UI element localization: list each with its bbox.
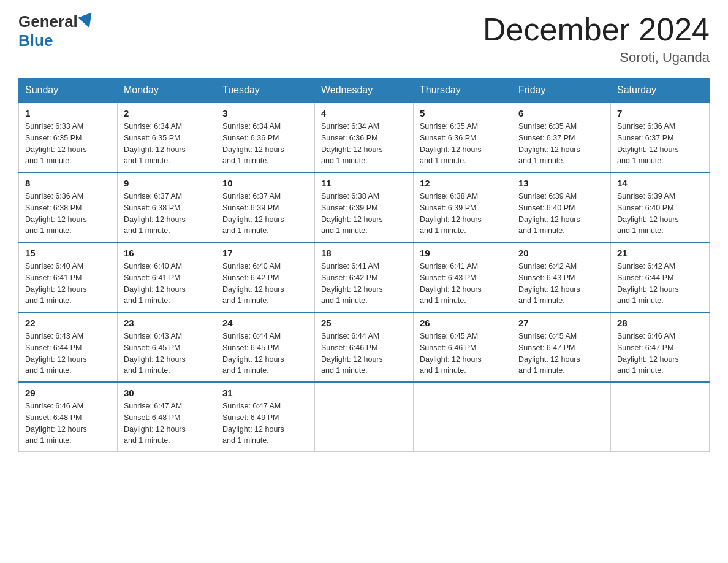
calendar-cell: 15Sunrise: 6:40 AMSunset: 6:41 PMDayligh… <box>19 242 118 312</box>
day-info: Sunrise: 6:33 AMSunset: 6:35 PMDaylight:… <box>25 121 111 167</box>
logo-triangle-icon <box>78 12 96 30</box>
calendar-cell: 13Sunrise: 6:39 AMSunset: 6:40 PMDayligh… <box>512 172 611 242</box>
day-info: Sunrise: 6:34 AMSunset: 6:35 PMDaylight:… <box>124 121 210 167</box>
day-info: Sunrise: 6:42 AMSunset: 6:44 PMDaylight:… <box>617 261 703 307</box>
day-number: 27 <box>518 318 604 328</box>
calendar-table: SundayMondayTuesdayWednesdayThursdayFrid… <box>18 78 710 452</box>
calendar-cell: 28Sunrise: 6:46 AMSunset: 6:47 PMDayligh… <box>611 312 710 382</box>
day-number: 24 <box>222 318 308 328</box>
day-number: 16 <box>124 248 210 258</box>
day-number: 1 <box>25 108 111 118</box>
calendar-cell: 31Sunrise: 6:47 AMSunset: 6:49 PMDayligh… <box>216 382 315 452</box>
day-info: Sunrise: 6:41 AMSunset: 6:42 PMDaylight:… <box>321 261 407 307</box>
month-title: December 2024 <box>483 12 710 47</box>
calendar-cell: 16Sunrise: 6:40 AMSunset: 6:41 PMDayligh… <box>118 242 216 312</box>
day-info: Sunrise: 6:38 AMSunset: 6:39 PMDaylight:… <box>321 191 407 237</box>
calendar-cell: 8Sunrise: 6:36 AMSunset: 6:38 PMDaylight… <box>19 172 118 242</box>
day-info: Sunrise: 6:42 AMSunset: 6:43 PMDaylight:… <box>518 261 604 307</box>
logo-blue-part <box>78 16 94 28</box>
title-block: December 2024 Soroti, Uganda <box>483 12 710 66</box>
calendar-cell: 19Sunrise: 6:41 AMSunset: 6:43 PMDayligh… <box>414 242 512 312</box>
calendar-cell: 12Sunrise: 6:38 AMSunset: 6:39 PMDayligh… <box>414 172 512 242</box>
calendar-cell: 21Sunrise: 6:42 AMSunset: 6:44 PMDayligh… <box>611 242 710 312</box>
day-info: Sunrise: 6:40 AMSunset: 6:41 PMDaylight:… <box>25 261 111 307</box>
calendar-cell <box>611 382 710 452</box>
day-info: Sunrise: 6:39 AMSunset: 6:40 PMDaylight:… <box>617 191 703 237</box>
logo-general-text: General <box>18 12 78 31</box>
day-info: Sunrise: 6:45 AMSunset: 6:46 PMDaylight:… <box>420 331 506 377</box>
day-info: Sunrise: 6:46 AMSunset: 6:48 PMDaylight:… <box>25 400 111 446</box>
calendar-header-row: SundayMondayTuesdayWednesdayThursdayFrid… <box>19 79 710 103</box>
day-number: 20 <box>518 248 604 258</box>
calendar-cell: 4Sunrise: 6:34 AMSunset: 6:36 PMDaylight… <box>315 102 414 172</box>
day-info: Sunrise: 6:43 AMSunset: 6:44 PMDaylight:… <box>25 331 111 377</box>
day-info: Sunrise: 6:44 AMSunset: 6:46 PMDaylight:… <box>321 331 407 377</box>
day-number: 18 <box>321 248 407 258</box>
calendar-cell: 10Sunrise: 6:37 AMSunset: 6:39 PMDayligh… <box>216 172 315 242</box>
logo: General Blue <box>18 12 94 50</box>
day-info: Sunrise: 6:47 AMSunset: 6:48 PMDaylight:… <box>124 400 210 446</box>
calendar-week-1: 1Sunrise: 6:33 AMSunset: 6:35 PMDaylight… <box>19 102 710 172</box>
calendar-week-5: 29Sunrise: 6:46 AMSunset: 6:48 PMDayligh… <box>19 382 710 452</box>
calendar-cell: 23Sunrise: 6:43 AMSunset: 6:45 PMDayligh… <box>118 312 216 382</box>
calendar-cell: 9Sunrise: 6:37 AMSunset: 6:38 PMDaylight… <box>118 172 216 242</box>
column-header-wednesday: Wednesday <box>315 79 414 103</box>
calendar-cell <box>315 382 414 452</box>
calendar-cell: 26Sunrise: 6:45 AMSunset: 6:46 PMDayligh… <box>414 312 512 382</box>
day-info: Sunrise: 6:47 AMSunset: 6:49 PMDaylight:… <box>222 400 308 446</box>
day-info: Sunrise: 6:43 AMSunset: 6:45 PMDaylight:… <box>124 331 210 377</box>
day-info: Sunrise: 6:35 AMSunset: 6:37 PMDaylight:… <box>518 121 604 167</box>
calendar-cell: 17Sunrise: 6:40 AMSunset: 6:42 PMDayligh… <box>216 242 315 312</box>
day-info: Sunrise: 6:35 AMSunset: 6:36 PMDaylight:… <box>420 121 506 167</box>
column-header-thursday: Thursday <box>414 79 512 103</box>
day-number: 2 <box>124 108 210 118</box>
column-header-monday: Monday <box>118 79 216 103</box>
day-number: 5 <box>420 108 506 118</box>
logo-blue-text: Blue <box>18 31 53 50</box>
day-number: 4 <box>321 108 407 118</box>
day-number: 3 <box>222 108 308 118</box>
column-header-sunday: Sunday <box>19 79 118 103</box>
day-info: Sunrise: 6:34 AMSunset: 6:36 PMDaylight:… <box>321 121 407 167</box>
day-number: 29 <box>25 388 111 398</box>
day-number: 12 <box>420 178 506 188</box>
day-number: 17 <box>222 248 308 258</box>
location: Soroti, Uganda <box>483 50 710 66</box>
calendar-cell: 11Sunrise: 6:38 AMSunset: 6:39 PMDayligh… <box>315 172 414 242</box>
day-number: 31 <box>222 388 308 398</box>
day-number: 11 <box>321 178 407 188</box>
calendar-cell: 2Sunrise: 6:34 AMSunset: 6:35 PMDaylight… <box>118 102 216 172</box>
day-number: 23 <box>124 318 210 328</box>
day-info: Sunrise: 6:40 AMSunset: 6:42 PMDaylight:… <box>222 261 308 307</box>
day-number: 8 <box>25 178 111 188</box>
day-info: Sunrise: 6:36 AMSunset: 6:37 PMDaylight:… <box>617 121 703 167</box>
day-number: 6 <box>518 108 604 118</box>
calendar-cell: 7Sunrise: 6:36 AMSunset: 6:37 PMDaylight… <box>611 102 710 172</box>
calendar-cell: 5Sunrise: 6:35 AMSunset: 6:36 PMDaylight… <box>414 102 512 172</box>
calendar-cell <box>512 382 611 452</box>
column-header-tuesday: Tuesday <box>216 79 315 103</box>
day-info: Sunrise: 6:37 AMSunset: 6:39 PMDaylight:… <box>222 191 308 237</box>
day-number: 28 <box>617 318 703 328</box>
day-number: 10 <box>222 178 308 188</box>
calendar-cell: 18Sunrise: 6:41 AMSunset: 6:42 PMDayligh… <box>315 242 414 312</box>
calendar-cell: 22Sunrise: 6:43 AMSunset: 6:44 PMDayligh… <box>19 312 118 382</box>
calendar-cell: 24Sunrise: 6:44 AMSunset: 6:45 PMDayligh… <box>216 312 315 382</box>
day-info: Sunrise: 6:34 AMSunset: 6:36 PMDaylight:… <box>222 121 308 167</box>
day-info: Sunrise: 6:37 AMSunset: 6:38 PMDaylight:… <box>124 191 210 237</box>
day-info: Sunrise: 6:40 AMSunset: 6:41 PMDaylight:… <box>124 261 210 307</box>
day-number: 15 <box>25 248 111 258</box>
calendar-cell: 1Sunrise: 6:33 AMSunset: 6:35 PMDaylight… <box>19 102 118 172</box>
day-number: 21 <box>617 248 703 258</box>
calendar-cell: 30Sunrise: 6:47 AMSunset: 6:48 PMDayligh… <box>118 382 216 452</box>
day-number: 14 <box>617 178 703 188</box>
day-number: 13 <box>518 178 604 188</box>
calendar-week-3: 15Sunrise: 6:40 AMSunset: 6:41 PMDayligh… <box>19 242 710 312</box>
day-number: 30 <box>124 388 210 398</box>
calendar-week-2: 8Sunrise: 6:36 AMSunset: 6:38 PMDaylight… <box>19 172 710 242</box>
calendar-cell: 29Sunrise: 6:46 AMSunset: 6:48 PMDayligh… <box>19 382 118 452</box>
calendar-cell: 27Sunrise: 6:45 AMSunset: 6:47 PMDayligh… <box>512 312 611 382</box>
day-info: Sunrise: 6:39 AMSunset: 6:40 PMDaylight:… <box>518 191 604 237</box>
day-number: 22 <box>25 318 111 328</box>
calendar-week-4: 22Sunrise: 6:43 AMSunset: 6:44 PMDayligh… <box>19 312 710 382</box>
